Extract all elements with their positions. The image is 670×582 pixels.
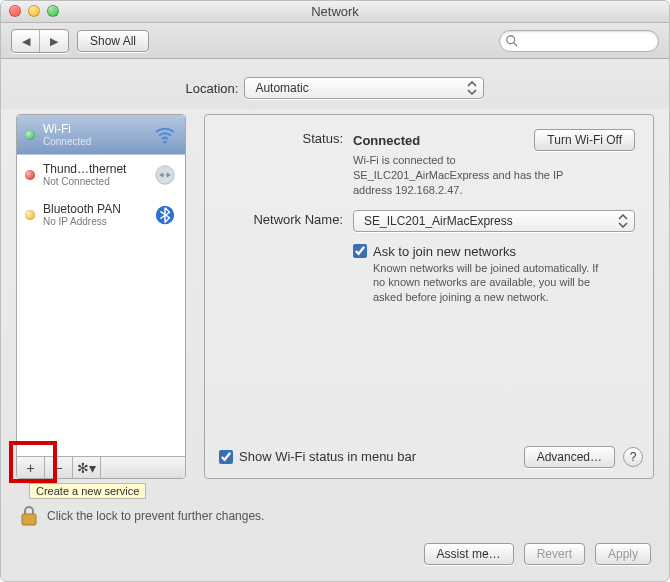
show-all-button[interactable]: Show All [77, 30, 149, 52]
content-area: Wi-Fi Connected Thund…thernet Not Connec… [1, 109, 669, 489]
ask-join-checkbox[interactable] [353, 244, 367, 258]
svg-rect-5 [22, 514, 36, 525]
search-input[interactable] [499, 30, 659, 52]
services-sidebar: Wi-Fi Connected Thund…thernet Not Connec… [16, 114, 186, 479]
service-name: Thund…thernet [43, 162, 145, 176]
show-status-menubar-checkbox[interactable] [219, 450, 233, 464]
service-item-bluetooth-pan[interactable]: Bluetooth PAN No IP Address [17, 195, 185, 235]
assist-me-button[interactable]: Assist me… [424, 543, 514, 565]
add-service-button[interactable]: + [17, 457, 45, 478]
ethernet-icon [153, 163, 177, 187]
search-field-wrapper [499, 30, 659, 52]
network-name-popup[interactable]: SE_ILC201_AirMacExpress [353, 210, 635, 232]
network-name-row: Network Name: SE_ILC201_AirMacExpress [223, 210, 635, 232]
service-name: Wi-Fi [43, 122, 145, 136]
service-name: Bluetooth PAN [43, 202, 145, 216]
advanced-button[interactable]: Advanced… [524, 446, 615, 468]
services-sidebar-toolbar: + − ✻▾ [17, 456, 185, 478]
service-status: Not Connected [43, 176, 145, 187]
lock-icon[interactable] [19, 505, 39, 527]
svg-point-0 [507, 35, 515, 43]
lock-text: Click the lock to prevent further change… [47, 509, 264, 523]
status-dot [25, 210, 35, 220]
popup-arrows-icon [615, 213, 631, 229]
location-row: Location: Automatic [1, 59, 669, 109]
toolbar: ◀ ▶ Show All [1, 23, 669, 59]
ask-join-label: Ask to join new networks [373, 244, 516, 259]
location-value: Automatic [255, 81, 308, 95]
search-icon [505, 34, 519, 48]
apply-button[interactable]: Apply [595, 543, 651, 565]
zoom-window-button[interactable] [47, 5, 59, 17]
minimize-window-button[interactable] [28, 5, 40, 17]
back-button[interactable]: ◀ [12, 30, 40, 52]
ask-join-description: Known networks will be joined automatica… [373, 261, 613, 306]
service-status: Connected [43, 136, 145, 147]
ask-join-checkbox-wrapper[interactable]: Ask to join new networks [353, 244, 635, 259]
network-name-label: Network Name: [223, 210, 343, 227]
service-text: Wi-Fi Connected [43, 122, 145, 147]
close-window-button[interactable] [9, 5, 21, 17]
status-value-col: Connected Turn Wi-Fi Off Wi-Fi is connec… [353, 129, 635, 198]
service-text: Thund…thernet Not Connected [43, 162, 145, 187]
svg-point-2 [163, 140, 166, 143]
service-item-wifi[interactable]: Wi-Fi Connected [17, 115, 185, 155]
svg-point-3 [156, 165, 174, 183]
detail-panel: Status: Connected Turn Wi-Fi Off Wi-Fi i… [204, 114, 654, 479]
wifi-icon [153, 123, 177, 147]
service-text: Bluetooth PAN No IP Address [43, 202, 145, 227]
help-button[interactable]: ? [623, 447, 643, 467]
remove-service-button[interactable]: − [45, 457, 73, 478]
window-title: Network [311, 4, 359, 19]
service-action-menu[interactable]: ✻▾ [73, 457, 101, 478]
forward-button[interactable]: ▶ [40, 30, 68, 52]
status-dot [25, 130, 35, 140]
show-status-menubar-wrapper[interactable]: Show Wi-Fi status in menu bar [219, 449, 416, 464]
ask-join-row: Ask to join new networks Known networks … [223, 244, 635, 306]
status-label: Status: [223, 129, 343, 146]
service-status: No IP Address [43, 216, 145, 227]
network-prefpane-window: Network ◀ ▶ Show All Location: Automatic [0, 0, 670, 582]
bluetooth-icon [153, 203, 177, 227]
status-description: Wi-Fi is connected to SE_ILC201_AirMacEx… [353, 153, 593, 198]
status-dot [25, 170, 35, 180]
bottom-buttons: Assist me… Revert Apply [424, 543, 651, 565]
titlebar: Network [1, 1, 669, 23]
network-name-value: SE_ILC201_AirMacExpress [364, 214, 513, 228]
turn-wifi-off-button[interactable]: Turn Wi-Fi Off [534, 129, 635, 151]
popup-arrows-icon [464, 80, 480, 96]
location-label: Location: [186, 81, 239, 96]
location-popup[interactable]: Automatic [244, 77, 484, 99]
svg-line-1 [514, 42, 518, 46]
show-status-menubar-label: Show Wi-Fi status in menu bar [239, 449, 416, 464]
status-value: Connected [353, 133, 420, 148]
services-list: Wi-Fi Connected Thund…thernet Not Connec… [17, 115, 185, 456]
status-row: Status: Connected Turn Wi-Fi Off Wi-Fi i… [223, 129, 635, 198]
tooltip: Create a new service [29, 483, 146, 499]
traffic-lights [9, 5, 59, 17]
nav-back-forward: ◀ ▶ [11, 29, 69, 53]
revert-button[interactable]: Revert [524, 543, 585, 565]
service-item-thunderbolt-ethernet[interactable]: Thund…thernet Not Connected [17, 155, 185, 195]
